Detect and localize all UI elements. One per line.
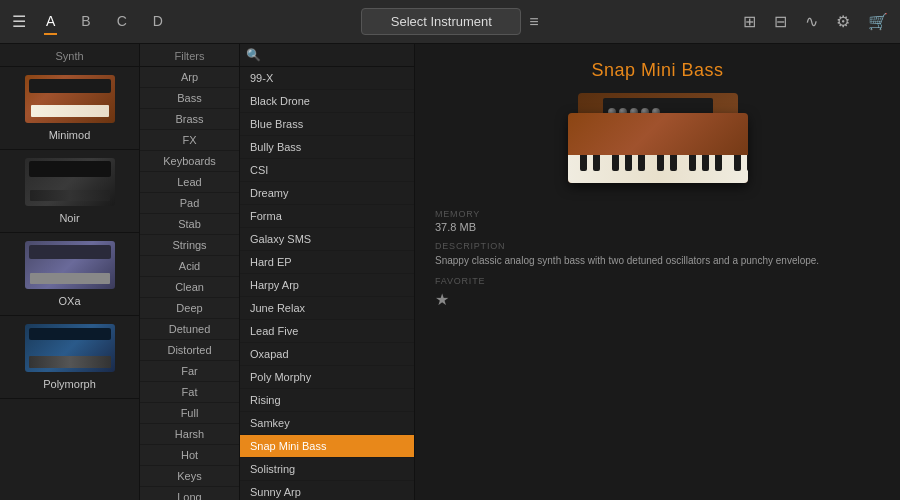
tab-d[interactable]: D bbox=[151, 9, 165, 35]
filter-item[interactable]: Acid bbox=[140, 256, 239, 277]
tab-c[interactable]: C bbox=[115, 9, 129, 35]
smb-black-key-3 bbox=[612, 155, 619, 171]
top-bar-center: Select Instrument ≡ bbox=[361, 8, 538, 35]
memory-value: 37.8 MB bbox=[435, 221, 880, 233]
smb-body bbox=[568, 113, 748, 183]
detail-instrument-image bbox=[435, 93, 880, 193]
instrument-item[interactable]: Dreamy bbox=[240, 182, 414, 205]
synth-minimod-image bbox=[25, 75, 115, 125]
settings-icon[interactable]: ⚙ bbox=[836, 12, 850, 31]
instrument-item[interactable]: Poly Morphy bbox=[240, 366, 414, 389]
smb-black-key-8 bbox=[689, 155, 696, 171]
detail-info: MEMORY 37.8 MB DESCRIPTION Snappy classi… bbox=[435, 209, 880, 309]
description-value: Snappy classic analog synth bass with tw… bbox=[435, 253, 880, 268]
tab-a[interactable]: A bbox=[44, 9, 57, 35]
smb-black-key-1 bbox=[580, 155, 587, 171]
synth-item-minimod[interactable]: Minimod bbox=[0, 67, 139, 150]
tab-labels: A B C D bbox=[44, 9, 165, 35]
filter-item[interactable]: Detuned bbox=[140, 319, 239, 340]
detail-panel: Snap Mini Bass bbox=[415, 44, 900, 500]
synth-oxa-label: OXa bbox=[58, 295, 80, 307]
instrument-item[interactable]: Hard EP bbox=[240, 251, 414, 274]
filter-item[interactable]: Arp bbox=[140, 67, 239, 88]
description-label: DESCRIPTION bbox=[435, 241, 880, 251]
instrument-item[interactable]: CSI bbox=[240, 159, 414, 182]
filter-item[interactable]: Pad bbox=[140, 193, 239, 214]
wave-icon[interactable]: ∿ bbox=[805, 12, 818, 31]
synth-list: Minimod Noir OXa Polymorph bbox=[0, 67, 139, 500]
detail-title: Snap Mini Bass bbox=[435, 60, 880, 81]
instrument-item[interactable]: Samkey bbox=[240, 412, 414, 435]
synth-noir-label: Noir bbox=[59, 212, 79, 224]
filter-item[interactable]: Harsh bbox=[140, 424, 239, 445]
instrument-item[interactable]: Lead Five bbox=[240, 320, 414, 343]
smb-black-key-11 bbox=[734, 155, 741, 171]
instrument-item[interactable]: Oxapad bbox=[240, 343, 414, 366]
synth-item-oxa[interactable]: OXa bbox=[0, 233, 139, 316]
filter-item[interactable]: Clean bbox=[140, 277, 239, 298]
instrument-item[interactable]: Black Drone bbox=[240, 90, 414, 113]
filter-item[interactable]: Long bbox=[140, 487, 239, 500]
instrument-item[interactable]: Forma bbox=[240, 205, 414, 228]
smb-black-key-9 bbox=[702, 155, 709, 171]
filter-item[interactable]: Brass bbox=[140, 109, 239, 130]
filter-item[interactable]: Keyboards bbox=[140, 151, 239, 172]
synth-polymorph-image bbox=[25, 324, 115, 374]
filter-item[interactable]: Distorted bbox=[140, 340, 239, 361]
filters-panel: Filters ArpBassBrassFXKeyboardsLeadPadSt… bbox=[140, 44, 240, 500]
instrument-item[interactable]: 99-X bbox=[240, 67, 414, 90]
instruments-panel: 🔍 99-XBlack DroneBlue BrassBully BassCSI… bbox=[240, 44, 415, 500]
synth-header: Synth bbox=[0, 44, 139, 67]
tab-b[interactable]: B bbox=[79, 9, 92, 35]
cart-icon[interactable]: 🛒 bbox=[868, 12, 888, 31]
filter-item[interactable]: Hot bbox=[140, 445, 239, 466]
instruments-list: 99-XBlack DroneBlue BrassBully BassCSIDr… bbox=[240, 67, 414, 500]
instrument-item[interactable]: Harpy Arp bbox=[240, 274, 414, 297]
top-bar: ☰ A B C D Select Instrument ≡ ⊞ ⊟ ∿ ⚙ 🛒 bbox=[0, 0, 900, 44]
instrument-item[interactable]: Blue Brass bbox=[240, 113, 414, 136]
synth-panel: Synth Minimod Noir OXa bbox=[0, 44, 140, 500]
filter-item[interactable]: Stab bbox=[140, 214, 239, 235]
instrument-item[interactable]: Bully Bass bbox=[240, 136, 414, 159]
top-bar-left: ☰ A B C D bbox=[12, 9, 361, 35]
snap-mini-bass-graphic bbox=[558, 93, 758, 193]
instrument-item[interactable]: June Relax bbox=[240, 297, 414, 320]
list-icon[interactable]: ≡ bbox=[529, 13, 538, 31]
instruments-search: 🔍 bbox=[240, 44, 414, 67]
top-bar-right: ⊞ ⊟ ∿ ⚙ 🛒 bbox=[539, 12, 888, 31]
star-icon[interactable]: ★ bbox=[435, 291, 449, 308]
memory-row: MEMORY 37.8 MB bbox=[435, 209, 880, 233]
description-row: DESCRIPTION Snappy classic analog synth … bbox=[435, 241, 880, 268]
instrument-item[interactable]: Solistring bbox=[240, 458, 414, 481]
memory-label: MEMORY bbox=[435, 209, 880, 219]
filter-item[interactable]: Keys bbox=[140, 466, 239, 487]
synth-minimod-label: Minimod bbox=[49, 129, 91, 141]
filter-item[interactable]: Fat bbox=[140, 382, 239, 403]
synth-item-polymorph[interactable]: Polymorph bbox=[0, 316, 139, 399]
favorite-label: FAVORITE bbox=[435, 276, 880, 286]
filter-item[interactable]: FX bbox=[140, 130, 239, 151]
select-instrument-button[interactable]: Select Instrument bbox=[361, 8, 521, 35]
search-icon: 🔍 bbox=[246, 48, 261, 62]
filters-header: Filters bbox=[140, 44, 239, 67]
instrument-item[interactable]: Sunny Arp bbox=[240, 481, 414, 500]
instrument-item[interactable]: Galaxy SMS bbox=[240, 228, 414, 251]
equalizer-icon[interactable]: ⊞ bbox=[743, 12, 756, 31]
synth-noir-image bbox=[25, 158, 115, 208]
filter-item[interactable]: Strings bbox=[140, 235, 239, 256]
instrument-item[interactable]: Rising bbox=[240, 389, 414, 412]
filter-item[interactable]: Far bbox=[140, 361, 239, 382]
smb-keys bbox=[568, 155, 748, 183]
instrument-item[interactable]: Snap Mini Bass bbox=[240, 435, 414, 458]
filter-item[interactable]: Full bbox=[140, 403, 239, 424]
synth-oxa-image bbox=[25, 241, 115, 291]
filter-item[interactable]: Lead bbox=[140, 172, 239, 193]
synth-polymorph-label: Polymorph bbox=[43, 378, 96, 390]
filter-item[interactable]: Bass bbox=[140, 88, 239, 109]
piano-icon[interactable]: ⊟ bbox=[774, 12, 787, 31]
smb-black-key-12 bbox=[747, 155, 748, 171]
synth-item-noir[interactable]: Noir bbox=[0, 150, 139, 233]
menu-icon[interactable]: ☰ bbox=[12, 12, 26, 31]
smb-black-key-10 bbox=[715, 155, 722, 171]
filter-item[interactable]: Deep bbox=[140, 298, 239, 319]
